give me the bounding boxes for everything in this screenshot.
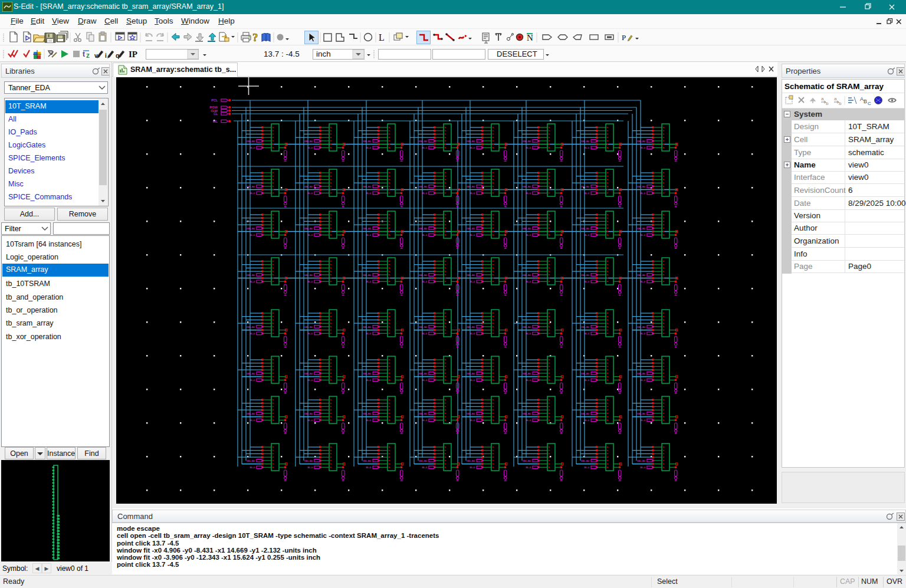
svg-text:C: C [868, 101, 871, 106]
svg-text:inch: inch [316, 50, 331, 58]
svg-text:a: a [821, 96, 824, 101]
svg-text:L: L [379, 32, 385, 42]
svg-text:a: a [834, 96, 837, 101]
svg-text:13.7 : -4.5: 13.7 : -4.5 [264, 50, 300, 58]
svg-text:DESELECT: DESELECT [497, 50, 537, 58]
svg-text:z: z [86, 51, 90, 60]
svg-text:N: N [527, 33, 533, 42]
svg-text:P: P [622, 33, 626, 42]
svg-text:CL: CL [214, 112, 218, 116]
svg-text:WL: WL [213, 120, 218, 123]
svg-text:?: ? [252, 31, 258, 44]
svg-text:b: b [839, 101, 842, 106]
svg-text:IP: IP [129, 50, 137, 59]
svg-text:PCL: PCL [211, 98, 218, 102]
svg-text:B: B [864, 98, 867, 104]
svg-text:t: t [83, 50, 85, 58]
svg-text:b: b [826, 101, 829, 106]
svg-text:i: i [105, 52, 107, 59]
